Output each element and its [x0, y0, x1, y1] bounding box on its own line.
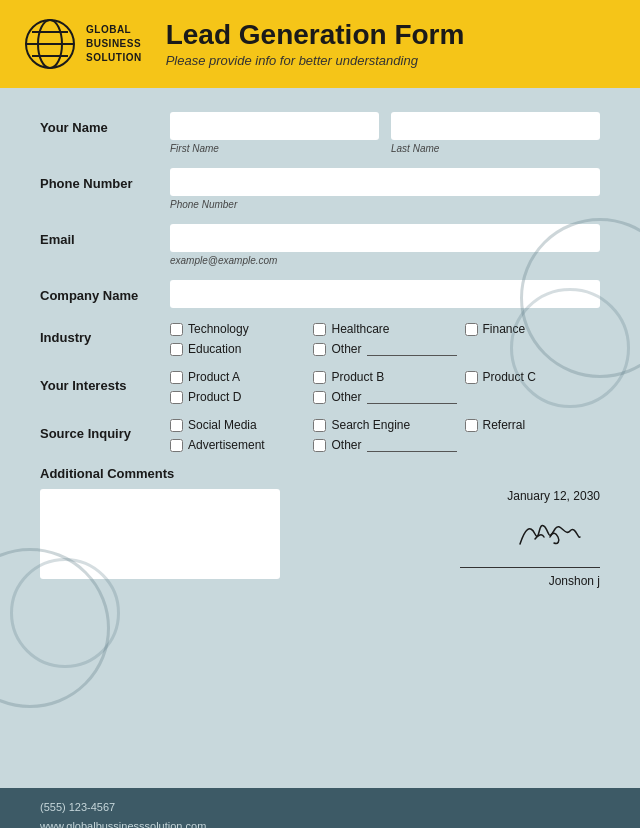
header: GLOBAL BUSINESS SOLUTION Lead Generation…: [0, 0, 640, 88]
source-referral[interactable]: Referral: [465, 418, 601, 432]
interest-product-d-checkbox[interactable]: [170, 391, 183, 404]
source-referral-checkbox[interactable]: [465, 419, 478, 432]
signature-area: January 12, 2030 Jonshon j: [300, 489, 600, 588]
source-social-media-checkbox[interactable]: [170, 419, 183, 432]
comments-bottom: January 12, 2030 Jonshon j: [40, 489, 600, 588]
first-name-hint: First Name: [170, 143, 379, 154]
interest-product-b[interactable]: Product B: [313, 370, 456, 384]
name-fields: First Name Last Name: [170, 112, 600, 154]
comments-section: Additional Comments January 12, 2030 Jon…: [40, 466, 600, 588]
source-search-engine-checkbox[interactable]: [313, 419, 326, 432]
interest-product-c-checkbox[interactable]: [465, 371, 478, 384]
signer-name: Jonshon j: [549, 574, 600, 588]
source-other[interactable]: Other: [313, 438, 456, 452]
source-advertisement-checkbox[interactable]: [170, 439, 183, 452]
first-name-input[interactable]: [170, 112, 379, 140]
logo-container: GLOBAL BUSINESS SOLUTION: [24, 18, 142, 70]
phone-label: Phone Number: [40, 168, 170, 191]
source-label: Source Inquiry: [40, 418, 170, 441]
industry-technology[interactable]: Technology: [170, 322, 305, 336]
industry-checkboxes: Technology Healthcare Finance Education …: [170, 322, 600, 356]
email-row: Email example@example.com: [40, 224, 600, 266]
footer: (555) 123-4567 www.globalbussinesssoluti…: [0, 788, 640, 828]
signature-image: [500, 509, 600, 559]
industry-education[interactable]: Education: [170, 342, 305, 356]
email-hint: example@example.com: [170, 255, 600, 266]
phone-field: Phone Number: [170, 168, 600, 210]
industry-education-checkbox[interactable]: [170, 343, 183, 356]
interest-product-a-checkbox[interactable]: [170, 371, 183, 384]
your-name-row: Your Name First Name Last Name: [40, 112, 600, 154]
interest-other-checkbox[interactable]: [313, 391, 326, 404]
interest-product-b-checkbox[interactable]: [313, 371, 326, 384]
industry-other-input[interactable]: [367, 343, 457, 356]
industry-finance[interactable]: Finance: [465, 322, 601, 336]
last-name-input[interactable]: [391, 112, 600, 140]
date-text: January 12, 2030: [507, 489, 600, 503]
industry-label: Industry: [40, 322, 170, 345]
source-other-checkbox[interactable]: [313, 439, 326, 452]
your-name-label: Your Name: [40, 112, 170, 135]
industry-other-checkbox[interactable]: [313, 343, 326, 356]
source-social-media[interactable]: Social Media: [170, 418, 305, 432]
source-advertisement[interactable]: Advertisement: [170, 438, 305, 452]
last-name-hint: Last Name: [391, 143, 600, 154]
interests-label: Your Interests: [40, 370, 170, 393]
company-field: [170, 280, 600, 308]
source-row: Source Inquiry Social Media Search Engin…: [40, 418, 600, 452]
comments-textarea[interactable]: [40, 489, 280, 579]
signature-line: [460, 567, 600, 568]
form-container: Your Name First Name Last Name Phone Num…: [0, 88, 640, 788]
footer-phone: (555) 123-4567: [40, 798, 600, 817]
industry-finance-checkbox[interactable]: [465, 323, 478, 336]
header-title-area: Lead Generation Form Please provide info…: [166, 20, 465, 68]
email-label: Email: [40, 224, 170, 247]
email-input[interactable]: [170, 224, 600, 252]
industry-row: Industry Technology Healthcare Finance E…: [40, 322, 600, 356]
company-label: Company Name: [40, 280, 170, 303]
form-subtitle: Please provide info for better understan…: [166, 53, 465, 68]
interests-checkboxes: Product A Product B Product C Product D …: [170, 370, 600, 404]
globe-icon: [24, 18, 76, 70]
comments-label: Additional Comments: [40, 466, 600, 481]
source-checkboxes: Social Media Search Engine Referral Adve…: [170, 418, 600, 452]
interest-other-input[interactable]: [367, 391, 457, 404]
interest-other[interactable]: Other: [313, 390, 456, 404]
interest-product-a[interactable]: Product A: [170, 370, 305, 384]
company-input[interactable]: [170, 280, 600, 308]
industry-healthcare[interactable]: Healthcare: [313, 322, 456, 336]
industry-technology-checkbox[interactable]: [170, 323, 183, 336]
industry-other[interactable]: Other: [313, 342, 456, 356]
footer-website: www.globalbussinesssolution.com: [40, 817, 600, 828]
company-row: Company Name: [40, 280, 600, 308]
phone-hint: Phone Number: [170, 199, 600, 210]
industry-healthcare-checkbox[interactable]: [313, 323, 326, 336]
form-title: Lead Generation Form: [166, 20, 465, 51]
email-field: example@example.com: [170, 224, 600, 266]
phone-row: Phone Number Phone Number: [40, 168, 600, 210]
interest-product-c[interactable]: Product C: [465, 370, 601, 384]
phone-input[interactable]: [170, 168, 600, 196]
logo-text: GLOBAL BUSINESS SOLUTION: [86, 23, 142, 65]
interests-row: Your Interests Product A Product B Produ…: [40, 370, 600, 404]
source-other-input[interactable]: [367, 439, 457, 452]
interest-product-d[interactable]: Product D: [170, 390, 305, 404]
source-search-engine[interactable]: Search Engine: [313, 418, 456, 432]
